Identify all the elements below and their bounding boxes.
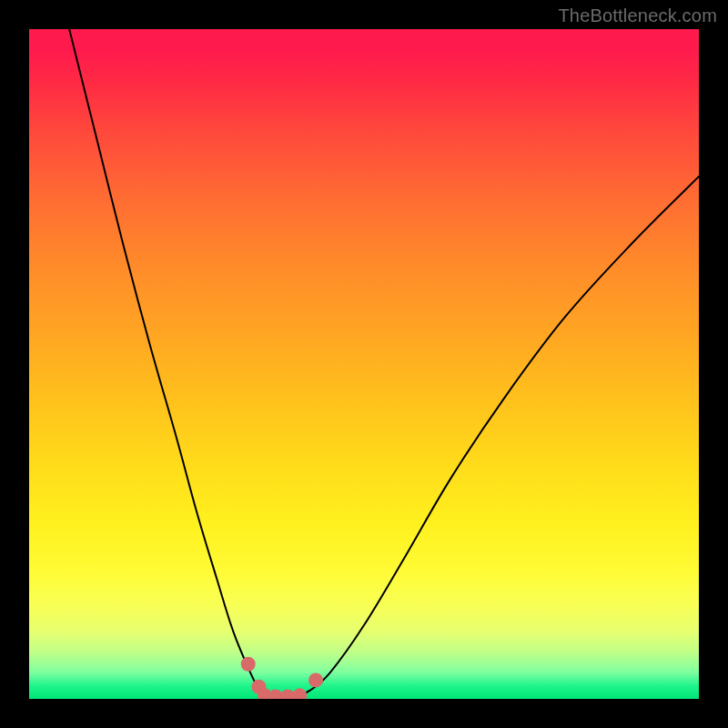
curves-layer (29, 29, 699, 699)
marker-floor-right (292, 688, 307, 699)
marker-right-band-inner (308, 672, 323, 687)
series-right-curve (297, 177, 699, 696)
chart-frame: TheBottleneck.com (0, 0, 728, 728)
series-left-curve (69, 29, 270, 696)
marker-left-band-outer (241, 657, 256, 672)
plot-area (29, 29, 699, 699)
watermark-text: TheBottleneck.com (558, 5, 717, 26)
